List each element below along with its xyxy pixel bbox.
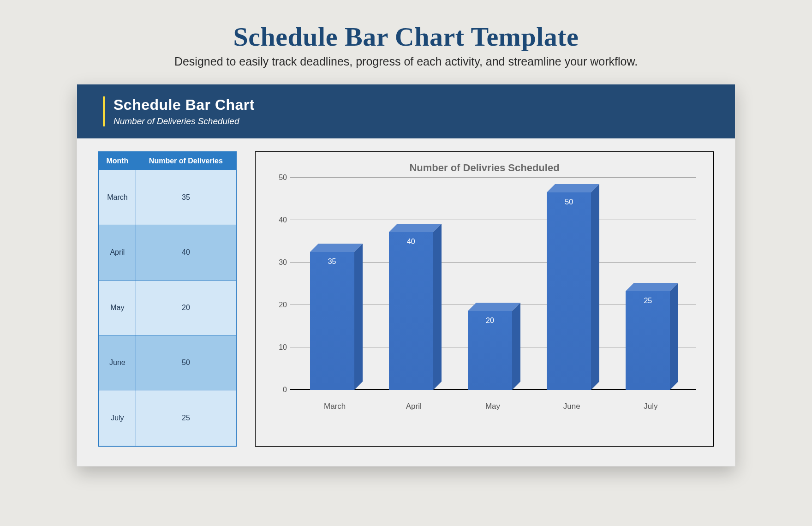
y-tick-label: 0 xyxy=(269,386,287,394)
chart-plot: 01020304050 3540205025 MarchAprilMayJune… xyxy=(290,178,696,418)
cell-value: 20 xyxy=(136,280,236,335)
bar-face xyxy=(389,232,433,390)
y-tick-label: 40 xyxy=(269,216,287,224)
cell-month: May xyxy=(99,280,136,335)
table-header-deliveries: Number of Deliveries xyxy=(136,152,236,170)
y-tick-label: 20 xyxy=(269,301,287,309)
chart-bar: 25 xyxy=(626,291,675,390)
cell-value: 35 xyxy=(136,170,236,225)
table-row: April 40 xyxy=(99,225,236,280)
bar-side xyxy=(512,303,520,390)
bar-face xyxy=(547,192,591,390)
y-tick-label: 30 xyxy=(269,258,287,267)
chart-title: Number of Delivries Scheduled xyxy=(269,162,700,174)
table-row: May 20 xyxy=(99,280,236,335)
table-row: June 50 xyxy=(99,335,236,390)
cell-month: June xyxy=(99,335,136,390)
card-subtitle: Number of Deliveries Scheduled xyxy=(113,116,709,126)
chart-panel: Number of Delivries Scheduled 0102030405… xyxy=(255,151,714,447)
bar-value-label: 50 xyxy=(547,198,591,206)
chart-bar: 40 xyxy=(389,232,439,390)
x-axis-labels: MarchAprilMayJuneJuly xyxy=(290,394,696,418)
table-row: March 35 xyxy=(99,170,236,225)
bar-value-label: 35 xyxy=(310,257,354,266)
x-tick-label: April xyxy=(389,394,439,418)
x-tick-label: May xyxy=(468,394,518,418)
cell-value: 50 xyxy=(136,335,236,390)
bar-value-label: 20 xyxy=(468,317,512,325)
bar-side xyxy=(433,224,442,390)
chart-bars: 3540205025 xyxy=(290,178,696,390)
cell-value: 40 xyxy=(136,225,236,280)
chart-bar: 20 xyxy=(468,311,518,390)
cell-value: 25 xyxy=(136,390,236,447)
bar-value-label: 25 xyxy=(626,297,670,305)
card-title: Schedule Bar Chart xyxy=(113,96,709,114)
chart-bar: 50 xyxy=(547,192,597,390)
bar-top xyxy=(310,244,363,252)
table-row: July 25 xyxy=(99,390,236,447)
cell-month: July xyxy=(99,390,136,447)
bar-side xyxy=(591,184,599,390)
bar-face xyxy=(310,252,354,390)
bar-side xyxy=(670,283,678,390)
x-tick-label: July xyxy=(626,394,675,418)
y-tick-label: 50 xyxy=(269,173,287,182)
cell-month: March xyxy=(99,170,136,225)
cell-month: April xyxy=(99,225,136,280)
page-title: Schedule Bar Chart Template xyxy=(74,21,738,52)
x-tick-label: March xyxy=(310,394,360,418)
x-tick-label: June xyxy=(547,394,597,418)
data-table: Month Number of Deliveries March 35 Apri… xyxy=(98,151,237,447)
bar-face xyxy=(626,291,670,390)
page-subtitle: Designed to easily track deadlines, prog… xyxy=(74,55,738,68)
y-tick-label: 10 xyxy=(269,343,287,352)
bar-value-label: 40 xyxy=(389,238,433,246)
card-header: Schedule Bar Chart Number of Deliveries … xyxy=(77,84,735,138)
y-axis: 01020304050 xyxy=(269,178,287,390)
template-card: Schedule Bar Chart Number of Deliveries … xyxy=(77,84,735,466)
chart-bar: 35 xyxy=(310,252,360,390)
bar-top xyxy=(389,224,442,232)
bar-side xyxy=(354,244,363,390)
table-header-month: Month xyxy=(99,152,136,170)
